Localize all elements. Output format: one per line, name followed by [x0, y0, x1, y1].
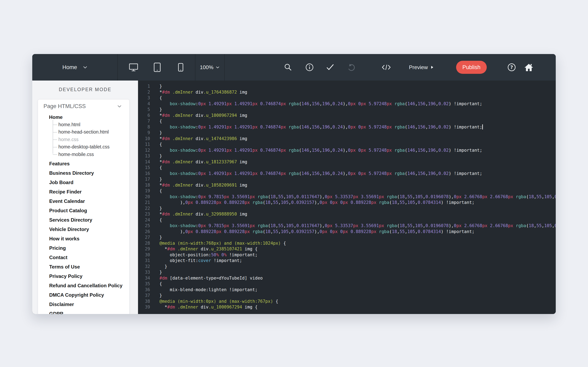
- code-line-11[interactable]: {: [159, 142, 556, 147]
- sidebar-item-job-board[interactable]: Job Board: [38, 178, 129, 187]
- code-line-18[interactable]: *#dm .dmInner div.u_1058209691 img: [159, 182, 556, 188]
- sidebar-item-gdpr[interactable]: GDPR: [38, 309, 129, 314]
- sidebar-item-business-directory[interactable]: Business Directory: [38, 168, 129, 178]
- code-view-button[interactable]: [381, 62, 391, 72]
- code-line-25[interactable]: box-shadow:0px 9.7815px 3.55691px rgba(1…: [159, 223, 556, 229]
- css-code-editor[interactable]: 1234567891011121314151617181920212223242…: [138, 81, 556, 314]
- code-token: [348, 229, 351, 234]
- tree-file-home-desktop-tablet-css[interactable]: home-desktop-tablet.css: [38, 143, 129, 151]
- code-line-35[interactable]: {: [159, 281, 556, 287]
- code-line-5[interactable]: }: [159, 107, 556, 113]
- code-line-36[interactable]: mix-blend-mode:lighten !important;: [159, 287, 556, 293]
- sidebar-item-privacy-policy[interactable]: Privacy Policy: [38, 272, 129, 281]
- undo-button[interactable]: [346, 62, 356, 72]
- code-line-12[interactable]: box-shadow:0px 1.49291px 1.49291px 0.746…: [159, 147, 556, 153]
- code-token: [286, 101, 289, 106]
- sidebar-item-dmca-copyright-policy[interactable]: DMCA Copyright Policy: [38, 290, 129, 300]
- code-token: px: [353, 223, 358, 228]
- code-line-32[interactable]: }: [159, 264, 556, 269]
- code-token: px: [250, 223, 255, 228]
- info-button[interactable]: [305, 62, 314, 72]
- code-token: {: [281, 241, 286, 246]
- preview-button[interactable]: Preview: [409, 54, 433, 81]
- code-token: .dmInner: [172, 90, 193, 95]
- code-line-24[interactable]: {: [159, 217, 556, 223]
- sidebar-item-disclaimer[interactable]: Disclaimer: [38, 300, 129, 309]
- sidebar-item-product-catalog[interactable]: Product Catalog: [38, 206, 129, 215]
- code-token: ,: [309, 101, 312, 106]
- code-token: ,: [415, 200, 418, 205]
- tree-file-home-head-section-html[interactable]: home-head-section.html: [38, 128, 129, 136]
- code-token: ) !important;: [449, 171, 482, 176]
- code-line-39[interactable]: *#dm .dmInner div.u_1000967294 img {: [159, 304, 556, 310]
- code-line-23[interactable]: *#dm .dmInner div.u_3299888950 img: [159, 211, 556, 217]
- code-line-28[interactable]: @media (min-width:768px) and (max-width:…: [159, 240, 556, 246]
- tablet-view-button[interactable]: [152, 62, 162, 72]
- sidebar-item-event-calendar[interactable]: Event Calendar: [38, 197, 129, 206]
- code-line-9[interactable]: }: [159, 130, 556, 136]
- code-line-8[interactable]: box-shadow:0px 1.49291px 1.49291px 0.746…: [159, 124, 556, 130]
- publish-button[interactable]: Publish: [456, 61, 487, 74]
- tablet-icon: [152, 62, 162, 72]
- code-line-1[interactable]: }: [159, 83, 556, 89]
- search-button[interactable]: [283, 62, 293, 72]
- code-line-29[interactable]: *#dm .dmInner div.u_2385107421 img {: [159, 246, 556, 252]
- code-line-2[interactable]: *#dm .dmInner div.u_1764386872 img: [159, 89, 556, 95]
- code-line-30[interactable]: object-position:50% 0% !important;: [159, 252, 556, 258]
- sidebar-item-vehicle-directory[interactable]: Vehicle Directory: [38, 225, 129, 234]
- tree-file-home-mobile-css[interactable]: home-mobile.css: [38, 151, 129, 158]
- code-token: {: [159, 95, 162, 100]
- code-token: [356, 125, 358, 129]
- code-line-22[interactable]: }: [159, 206, 556, 211]
- code-line-6[interactable]: *#dm .dmInner div.u_1000967294 img: [159, 113, 556, 118]
- code-line-27[interactable]: }: [159, 234, 556, 240]
- tree-root-home[interactable]: Home: [38, 113, 129, 121]
- save-check-button[interactable]: [325, 62, 335, 72]
- code-line-17[interactable]: }: [159, 176, 556, 182]
- code-line-3[interactable]: {: [159, 95, 556, 101]
- sidebar-item-recipe-finder[interactable]: Recipe Finder: [38, 187, 129, 197]
- code-line-34[interactable]: #dm [data-element-type=dYouTubeId] video: [159, 275, 556, 281]
- desktop-view-button[interactable]: [129, 62, 138, 72]
- sidebar-item-terms-of-use[interactable]: Terms of Use: [38, 262, 129, 272]
- sidebar-item-refund-and-cancellation-policy[interactable]: Refund and Cancellation Policy: [38, 281, 129, 290]
- code-line-37[interactable]: }: [159, 292, 556, 299]
- code-token: *: [159, 305, 167, 309]
- sidebar-item-contact[interactable]: Contact: [38, 253, 129, 262]
- code-line-26[interactable]: ),0px 0.889228px 0.889228px rgba(18,55,1…: [159, 229, 556, 235]
- code-line-31[interactable]: object-fit:cover !important;: [159, 258, 556, 264]
- line-number: 17: [138, 176, 150, 182]
- code-line-16[interactable]: box-shadow:0px 1.49291px 1.49291px 0.746…: [159, 171, 556, 176]
- sidebar-item-services-directory[interactable]: Services Directory: [38, 215, 129, 225]
- tree-file-home-html[interactable]: home.html: [38, 121, 129, 128]
- code-line-4[interactable]: box-shadow:0px 1.49291px 1.49291px 0.746…: [159, 101, 556, 107]
- zoom-selector[interactable]: 100%: [195, 54, 224, 81]
- code-token: 0: [330, 200, 333, 205]
- panel-header[interactable]: Page HTML/CSS: [38, 100, 129, 113]
- code-content[interactable]: }*#dm .dmInner div.u_1764386872 img{ box…: [159, 81, 556, 314]
- code-line-38[interactable]: @media (min-width:0px) and (max-width:76…: [159, 299, 556, 304]
- code-line-13[interactable]: }: [159, 153, 556, 159]
- sidebar-item-pricing[interactable]: Pricing: [38, 243, 129, 253]
- code-token: ,: [278, 200, 281, 205]
- code-token: [206, 148, 209, 153]
- code-line-19[interactable]: {: [159, 188, 556, 194]
- sidebar-item-how-it-works[interactable]: How it works: [38, 234, 129, 243]
- code-line-33[interactable]: }: [159, 269, 556, 275]
- line-number: 19: [138, 188, 150, 194]
- code-line-7[interactable]: {: [159, 118, 556, 124]
- help-button[interactable]: ?: [507, 62, 517, 72]
- code-token: ),: [320, 223, 325, 228]
- page-selector[interactable]: Home: [32, 54, 117, 81]
- sidebar-item-features[interactable]: Features: [38, 159, 129, 168]
- dashboard-home-button[interactable]: [524, 62, 534, 72]
- code-line-14[interactable]: *#dm .dmInner div.u_1812337967 img: [159, 159, 556, 165]
- mobile-view-button[interactable]: [176, 62, 186, 72]
- code-line-10[interactable]: *#dm .dmInner div.u_1474423986 img: [159, 136, 556, 142]
- code-token: px: [245, 200, 250, 205]
- code-token: #dm: [162, 212, 170, 217]
- tree-file-home-css[interactable]: home.css: [38, 136, 129, 143]
- code-line-15[interactable]: {: [159, 165, 556, 171]
- code-line-21[interactable]: ),0px 0.889228px 0.889228px rgba(18,55,1…: [159, 200, 556, 206]
- code-line-20[interactable]: box-shadow:0px 9.7815px 3.55691px rgba(1…: [159, 194, 556, 200]
